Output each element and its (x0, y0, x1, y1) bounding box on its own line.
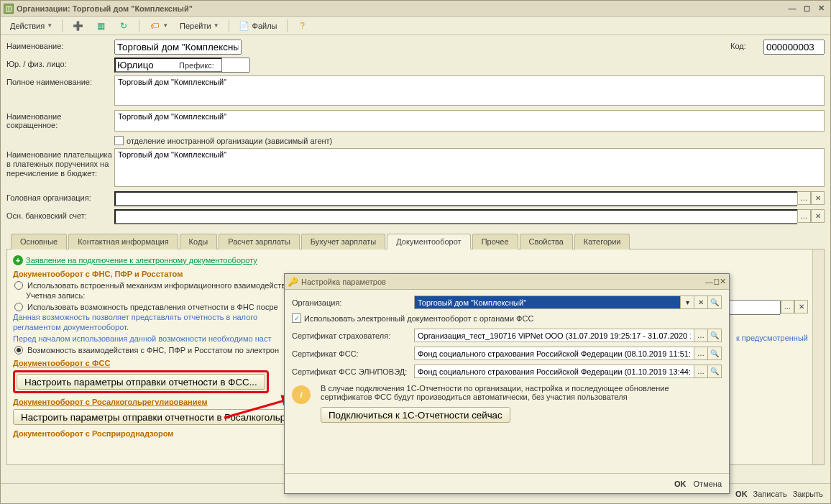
radio-1-label: Использовать встроенный механизм информа… (27, 281, 285, 290)
dialog-cancel-button[interactable]: Отмена (694, 480, 722, 488)
app-icon: ◫ (4, 4, 14, 14)
main-ok-button[interactable]: OK (735, 490, 748, 498)
help-icon: ? (297, 20, 308, 32)
main-save-button[interactable]: Записать (753, 490, 787, 498)
dialog-minimize-button[interactable]: — (705, 278, 713, 286)
headorg-clear-button[interactable]: ✕ (811, 191, 825, 205)
scrollbar[interactable] (812, 249, 824, 464)
window-title: Организации: Торговый дом "Комплексный" (17, 4, 193, 13)
goto-menu[interactable]: Перейти▼ (175, 19, 224, 33)
help-button[interactable]: ? (292, 19, 313, 33)
tab-salary[interactable]: Расчет зарплаты (219, 234, 300, 249)
radio-2[interactable] (14, 303, 23, 311)
fss-settings-button[interactable]: Настроить параметры отправки отчетности … (17, 374, 265, 390)
tool-btn-1[interactable]: ➕ (67, 19, 88, 33)
dlg-cert-ins-pick[interactable]: … (694, 329, 708, 342)
dlg-cert-eln-input[interactable] (414, 365, 694, 378)
add-icon: ➕ (72, 20, 83, 32)
acct-clear-peek[interactable]: ✕ (794, 300, 808, 313)
main-close-button[interactable]: Закрыть (793, 490, 823, 498)
label-headorg: Головная организация: (6, 191, 114, 202)
info-icon: i (292, 385, 311, 404)
shortname-textarea[interactable]: Торговый дом "Комплексный" (114, 110, 825, 132)
headorg-lookup-button[interactable]: … (797, 191, 811, 205)
foreign-checkbox[interactable] (114, 136, 124, 145)
window-titlebar: ◫ Организации: Торговый дом "Комплексный… (1, 1, 830, 17)
dlg-cert-ins-lookup[interactable]: 🔍 (708, 329, 722, 342)
files-icon: 📄 (239, 20, 250, 32)
files-button[interactable]: 📄Файлы (234, 19, 283, 33)
label-code: Код: (723, 40, 763, 50)
radio-2-label: Использовать возможность представления о… (27, 303, 278, 311)
minimize-button[interactable]: — (786, 3, 799, 14)
tab-docflow[interactable]: Документооборот (387, 234, 470, 249)
tab-props[interactable]: Свойства (520, 234, 573, 249)
label-account: Учетная запись: (26, 291, 85, 300)
label-person: Юр. / физ. лицо: (6, 58, 114, 68)
dlg-cert-eln-pick[interactable]: … (694, 365, 708, 378)
dlg-org-lookup[interactable]: 🔍 (708, 295, 722, 309)
tab-codes[interactable]: Коды (180, 234, 218, 249)
key-icon: 🔑 (288, 277, 298, 287)
tab-bar: Основные Контактная информация Коды Расч… (6, 233, 825, 249)
radio-1[interactable] (14, 281, 23, 290)
label-bankacc: Осн. банковский счет: (6, 209, 114, 220)
acct-lookup-peek[interactable]: … (781, 300, 794, 313)
bankacc-clear-button[interactable]: ✕ (811, 209, 825, 223)
main-toolbar: Действия▼ ➕ ▦ ↻ 🏷▼ Перейти▼ 📄Файлы ? (1, 17, 830, 35)
label-name: Наименование: (6, 40, 114, 50)
dialog-title: Настройка параметров (301, 278, 386, 286)
alk-settings-button[interactable]: Настроить параметры отправки отчетности … (13, 409, 329, 425)
dlg-info-2: сертификатов ФСС будут производиться авт… (321, 393, 669, 401)
dlg-org-input[interactable] (414, 295, 681, 309)
bankacc-lookup-button[interactable]: … (797, 209, 811, 223)
label-shortname: Наименование сокращенное: (6, 110, 114, 129)
label-foreign: отделение иностранной организации (завис… (127, 137, 332, 145)
dlg-cert-eln-lookup[interactable]: 🔍 (708, 365, 722, 378)
dlg-label-cert-fss: Сертификат ФСС: (292, 349, 414, 358)
maximize-button[interactable]: ◻ (800, 3, 813, 14)
name-input[interactable] (114, 40, 242, 55)
actions-menu[interactable]: Действия▼ (5, 19, 58, 33)
dlg-cert-fss-pick[interactable]: … (694, 347, 708, 360)
payer-textarea[interactable]: Торговый дом "Комплексный" (114, 148, 825, 187)
dlg-cert-fss-input[interactable] (414, 347, 694, 360)
tab-salary-acc[interactable]: Бухучет зарплаты (301, 234, 386, 249)
tag-icon: 🏷 (149, 20, 160, 32)
tool-btn-4[interactable]: 🏷▼ (144, 19, 173, 33)
tab-main[interactable]: Основные (11, 234, 67, 249)
tab-contact[interactable]: Контактная информация (68, 234, 178, 249)
dlg-label-cert-eln: Сертификат ФСС ЭЛН/ПОВЭД: (292, 367, 414, 376)
tool-btn-2[interactable]: ▦ (90, 19, 111, 33)
dialog-maximize-button[interactable]: ◻ (713, 277, 720, 286)
fullname-textarea[interactable]: Торговый дом "Комплексный" (114, 75, 825, 106)
tool-btn-3[interactable]: ↻ (113, 19, 134, 33)
bankacc-input[interactable] (114, 209, 797, 224)
dlg-org-dropdown[interactable]: ▾ (681, 295, 694, 309)
dlg-org-clear[interactable]: ✕ (694, 295, 708, 309)
hint-right-peek: к предусмотренный (736, 334, 808, 342)
dialog-ok-button[interactable]: OK (674, 480, 687, 488)
dialog-close-button[interactable]: ✕ (720, 277, 726, 286)
prefix-input[interactable] (221, 58, 250, 73)
label-fullname: Полное наименование: (6, 75, 114, 86)
code-input[interactable] (763, 40, 825, 55)
label-prefix: Префикс: (179, 61, 214, 70)
dlg-label-cert-ins: Сертификат страхователя: (292, 331, 414, 340)
close-button[interactable]: ✕ (814, 3, 827, 14)
dlg-label-org: Организация: (292, 298, 414, 307)
refresh-icon: ↻ (118, 20, 129, 32)
dlg-cert-ins-input[interactable] (414, 329, 694, 342)
dlg-cert-fss-lookup[interactable]: 🔍 (708, 347, 722, 360)
tab-cat[interactable]: Категории (574, 234, 630, 249)
dlg-edo-checkbox[interactable]: ✓ (292, 313, 301, 323)
connect-1c-button[interactable]: Подключиться к 1С-Отчетности сейчас (321, 407, 510, 423)
dlg-edo-label: Использовать электронный документооборот… (304, 314, 533, 323)
settings-dialog: 🔑 Настройка параметров — ◻ ✕ Организация… (284, 273, 730, 494)
radio-3[interactable] (14, 346, 23, 354)
connect-edo-link[interactable]: Заявление на подключение к электронному … (26, 256, 257, 265)
list-icon: ▦ (95, 20, 106, 32)
tab-other[interactable]: Прочее (472, 234, 518, 249)
headorg-input[interactable] (114, 191, 797, 206)
dlg-info-1: В случае подключения 1С-Отчетности по ор… (321, 384, 669, 393)
